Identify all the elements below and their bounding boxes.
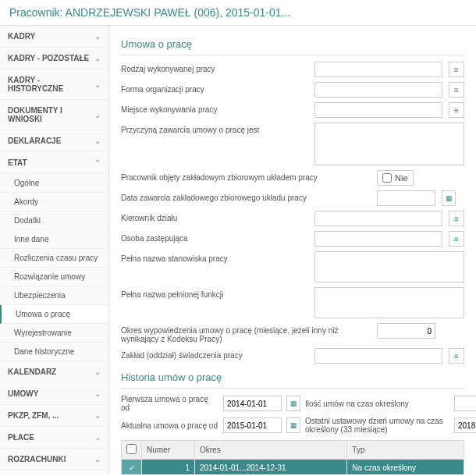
chevron-down-icon: ⌄ <box>94 111 101 119</box>
label-ostatni: Ostatni ustawowy dzień umowy na czas okr… <box>305 417 449 434</box>
sidebar-item-dane-historyczne[interactable]: Dane historyczne <box>0 343 108 361</box>
check-icon: ✓ <box>129 464 135 472</box>
label-rodzaj: Rodzaj wykonywanej pracy <box>121 62 308 73</box>
label-przyczyna: Przyczyną zawarcia umowy o pracę jest <box>121 123 308 134</box>
input-miejsce[interactable] <box>314 102 442 118</box>
main-container: KADRY⌄ KADRY - POZOSTAŁE⌄ KADRY - HISTOR… <box>0 26 476 474</box>
nav-deklaracje[interactable]: DEKLARACJE⌄ <box>0 130 108 152</box>
page-header: Pracownik: ANDRZEJEWSKI PAWEŁ (006), 201… <box>0 0 476 26</box>
nav-kalendarz[interactable]: KALENDARZ⌄ <box>0 361 108 383</box>
nav-umowy[interactable]: UMOWY⌄ <box>0 383 108 405</box>
chevron-down-icon: ⌄ <box>94 455 101 464</box>
chevron-down-icon: ⌄ <box>94 389 101 398</box>
input-stanowisko[interactable] <box>314 251 464 282</box>
calendar-icon[interactable]: ▦ <box>286 396 300 411</box>
table-row[interactable]: ✓ 1 2014-01-01...2014-12-31 Na czas okre… <box>122 460 464 475</box>
section-umowa-title: Umowa o pracę <box>121 35 464 55</box>
col-numer[interactable]: Numer <box>142 441 195 460</box>
label-pracownik-objety: Pracownik objęty zakładowym zbiorowym uk… <box>121 170 371 182</box>
chevron-down-icon: ⌄ <box>94 433 101 442</box>
label-pierwsza: Pierwsza umowa o pracę od <box>121 395 218 412</box>
nav-kadry-pozostale[interactable]: KADRY - POZOSTAŁE⌄ <box>0 48 108 69</box>
col-typ[interactable]: Typ <box>347 441 464 460</box>
checkbox-nie-label: Nie <box>395 173 408 183</box>
input-przyczyna[interactable] <box>314 123 464 165</box>
sidebar-item-rozliczenia[interactable]: Rozliczenia czasu pracy <box>0 249 108 268</box>
list-icon[interactable]: ≡ <box>449 211 464 226</box>
input-ostatni[interactable] <box>454 417 476 433</box>
nav-kadry[interactable]: KADRY⌄ <box>0 26 108 48</box>
history-table: Numer Okres Typ ✓ 1 2014-01-01...2014-12… <box>121 440 464 474</box>
chevron-down-icon: ⌄ <box>94 411 101 420</box>
sidebar-item-ogolne[interactable]: Ogólne <box>0 174 108 193</box>
input-osoba[interactable] <box>314 231 442 247</box>
col-okres[interactable]: Okres <box>194 441 346 460</box>
label-osoba: Osoba zastępująca <box>121 231 308 243</box>
col-check[interactable] <box>122 441 142 460</box>
sidebar-item-akordy[interactable]: Akordy <box>0 193 108 211</box>
cell-numer: 1 <box>142 460 195 475</box>
calendar-icon[interactable]: ▦ <box>286 417 300 433</box>
sidebar-item-ubezpieczenia[interactable]: Ubezpieczenia <box>0 286 108 305</box>
label-miejsce: Miejsce wykonywania pracy <box>121 102 308 114</box>
nav-dokumenty-ewidencji[interactable]: DOKUMENTY EWIDENCJI⌄ <box>0 471 108 474</box>
list-icon[interactable]: ≡ <box>449 62 464 77</box>
input-funkcja[interactable] <box>314 287 464 318</box>
input-data-zawarcia[interactable] <box>377 190 435 206</box>
row-check[interactable]: ✓ <box>122 460 142 475</box>
chevron-down-icon: ⌄ <box>94 54 101 62</box>
input-ilosc[interactable] <box>454 396 476 411</box>
chevron-down-icon: ⌄ <box>94 32 101 41</box>
chevron-down-icon: ⌄ <box>94 80 101 89</box>
label-zaklad: Zakład (oddział) świadczenia pracy <box>121 348 308 360</box>
calendar-icon[interactable]: ▦ <box>442 190 456 206</box>
input-kierownik[interactable] <box>314 211 442 226</box>
sidebar: KADRY⌄ KADRY - POZOSTAŁE⌄ KADRY - HISTOR… <box>0 26 109 474</box>
nav-etat[interactable]: ETAT⌃ <box>0 152 108 174</box>
chevron-down-icon: ⌄ <box>94 368 101 376</box>
checkbox-nie[interactable]: Nie <box>377 170 414 186</box>
nav-rozrachunki[interactable]: ROZRACHUNKI⌄ <box>0 449 108 471</box>
sidebar-item-rozwiazanie[interactable]: Rozwiązanie umowy <box>0 268 108 286</box>
list-icon[interactable]: ≡ <box>449 102 464 118</box>
sidebar-item-wyrejestrowanie[interactable]: Wyrejestrowanie <box>0 324 108 343</box>
input-pierwsza[interactable] <box>223 396 282 411</box>
input-zaklad[interactable] <box>314 348 442 364</box>
label-okres: Okres wypowiedzenia umowy o pracę (miesi… <box>121 323 371 343</box>
input-rodzaj[interactable] <box>314 62 442 77</box>
nav-dokumenty-wnioski[interactable]: DOKUMENTY I WNIOSKI⌄ <box>0 100 108 130</box>
section-historia-title: Historia umów o pracę <box>121 368 464 389</box>
label-forma: Forma organizacji pracy <box>121 82 308 94</box>
checkbox-nie-input[interactable] <box>382 173 392 183</box>
sidebar-item-inne-dane[interactable]: Inne dane <box>0 230 108 249</box>
label-ilosc: Ilość umów na czas określony <box>305 400 449 408</box>
nav-kadry-historyczne[interactable]: KADRY - HISTORYCZNE⌄ <box>0 69 108 100</box>
label-data-zawarcia: Data zawarcia zakładowego zbiorowego ukł… <box>121 190 371 202</box>
main-panel: Umowa o pracę Rodzaj wykonywanej pracy ≡… <box>109 26 476 474</box>
list-icon[interactable]: ≡ <box>449 231 464 247</box>
input-forma[interactable] <box>314 82 442 98</box>
input-aktualna[interactable] <box>223 417 282 433</box>
label-kierownik: Kierownik działu <box>121 211 308 222</box>
chevron-down-icon: ⌄ <box>94 137 101 145</box>
label-stanowisko: Pełna nazwa stanowiska pracy <box>121 251 308 263</box>
list-icon[interactable]: ≡ <box>449 82 464 98</box>
nav-pkzp[interactable]: PKZP, ZFM, ...⌄ <box>0 405 108 427</box>
sidebar-item-umowa[interactable]: Umowa o pracę <box>0 305 108 324</box>
cell-okres: 2014-01-01...2014-12-31 <box>194 460 346 475</box>
label-aktualna: Aktualna umowa o pracę od <box>121 421 218 430</box>
label-funkcja: Pełna nazwa pełnionej funkcji <box>121 287 308 299</box>
input-okres[interactable] <box>377 323 435 339</box>
nav-place[interactable]: PŁACE⌄ <box>0 427 108 449</box>
sidebar-item-dodatki[interactable]: Dodatki <box>0 211 108 230</box>
list-icon[interactable]: ≡ <box>449 348 464 364</box>
cell-typ: Na czas określony <box>347 460 464 475</box>
chevron-up-icon: ⌃ <box>94 158 101 167</box>
